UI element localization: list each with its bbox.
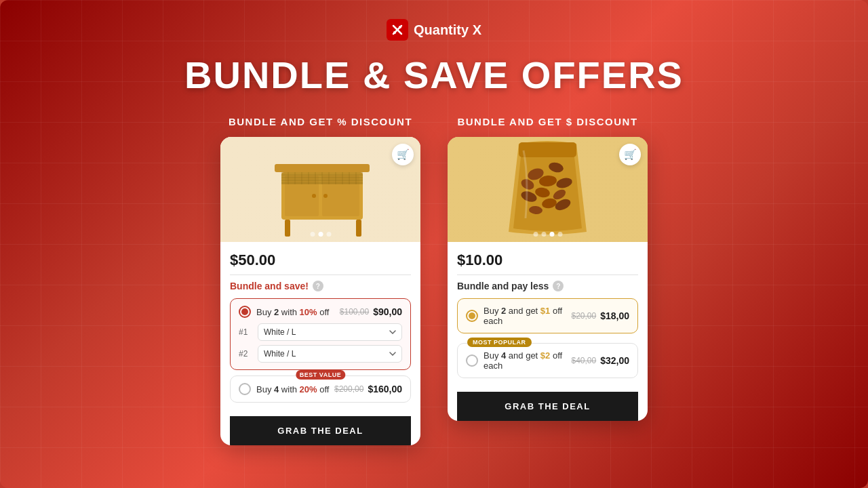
variant-selects: #1 White / L White / M Black / L #2 [239, 323, 402, 363]
column1-label: BUNDLE AND GET % DISCOUNT [229, 116, 412, 127]
image-dots-1 [310, 232, 331, 237]
grab-deal-button-1[interactable]: GRAB THE DEAL [230, 416, 411, 445]
help-icon-2[interactable]: ? [553, 281, 564, 291]
help-icon-1[interactable]: ? [313, 281, 323, 291]
header: Quantity X [387, 19, 481, 41]
dot [326, 232, 331, 237]
option1-prices: $100,00 $90,00 [340, 306, 402, 317]
product2-option2-new-price: $32,00 [600, 355, 629, 366]
svg-point-10 [323, 194, 328, 198]
option1-new-price: $90,00 [373, 306, 402, 317]
best-value-badge: BEST VALUE [296, 370, 345, 380]
dot-active [318, 232, 323, 237]
card1-bottom: GRAB THE DEAL [220, 408, 420, 445]
column2-label: BUNDLE AND GET $ DISCOUNT [457, 116, 637, 127]
cart-badge-1[interactable]: 🛒 [392, 144, 414, 165]
background: Quantity X BUNDLE & SAVE OFFERS BUNDLE A… [0, 0, 868, 488]
card2-bottom: GRAB THE DEAL [448, 384, 648, 421]
option2-2-text: Buy 4 and get $2 off each [484, 350, 571, 371]
product2-option1-new-price: $18,00 [600, 310, 629, 321]
variant-select-1[interactable]: White / L White / M Black / L [258, 323, 402, 341]
most-popular-badge: MOST POPULAR [467, 338, 532, 347]
svg-rect-5 [275, 164, 370, 172]
option2-new-price: $160,00 [368, 384, 402, 394]
radio-selected-2 [466, 310, 478, 322]
grab-deal-button-2[interactable]: GRAB THE DEAL [457, 392, 638, 421]
image-dots-2 [533, 232, 562, 237]
product2-image: 🛒 [448, 137, 648, 242]
page-main-title: BUNDLE & SAVE OFFERS [184, 53, 684, 97]
cart-icon-1: 🛒 [397, 148, 410, 161]
option2-prices: $200,00 $160,00 [334, 384, 402, 394]
product-card-2: 🛒 $10.00 Bundle and pay less ? [448, 137, 648, 421]
product2-option2-old-price: $40,00 [571, 356, 596, 365]
option1-old-price: $100,00 [340, 307, 369, 317]
cart-badge-2[interactable]: 🛒 [619, 144, 641, 165]
dot-active [549, 232, 554, 237]
price-divider-2 [457, 274, 638, 275]
radio-empty-2 [466, 354, 478, 367]
bundle-option-2-2[interactable]: MOST POPULAR Buy 4 and get $2 off each $… [457, 343, 638, 378]
columns-container: BUNDLE AND GET % DISCOUNT [220, 116, 648, 445]
cart-icon-2: 🛒 [624, 148, 637, 161]
variant-row-1: #1 White / L White / M Black / L [239, 323, 402, 341]
dot [541, 232, 546, 237]
option2-old-price: $200,00 [334, 384, 363, 394]
radio-inner-2 [469, 312, 475, 319]
radio-selected-1 [239, 306, 251, 318]
bundle-option-1-2[interactable]: BEST VALUE Buy 4 with 20% off $200,00 $1… [230, 375, 411, 403]
variant-num-2: #2 [239, 349, 252, 359]
dot [310, 232, 315, 237]
svg-rect-11 [285, 220, 290, 237]
column-percent-discount: BUNDLE AND GET % DISCOUNT [220, 116, 420, 445]
radio-inner [241, 308, 248, 315]
option2-1-row: Buy 2 and get $1 off each $20,00 $18,00 [466, 306, 629, 326]
svg-rect-12 [356, 220, 361, 237]
svg-point-2 [399, 26, 401, 28]
option2-2-prices: $40,00 $32,00 [571, 355, 629, 366]
option1-row: Buy 2 with 10% off $100,00 $90,00 [239, 306, 402, 318]
product1-image: 🛒 [220, 137, 420, 242]
product-card-1: 🛒 $50.00 Bundle and save! ? [220, 137, 420, 445]
bundle-option-2-1[interactable]: Buy 2 and get $1 off each $20,00 $18,00 [457, 298, 638, 333]
variant-num-1: #1 [239, 327, 252, 337]
card2-body: $10.00 Bundle and pay less ? [448, 242, 648, 378]
logo-box [387, 19, 408, 41]
variant-select-2[interactable]: White / L White / M Black / L [258, 345, 402, 363]
product1-price: $50.00 [230, 251, 411, 269]
product2-price: $10.00 [457, 251, 638, 269]
svg-point-9 [312, 194, 316, 198]
bundle-label-1: Bundle and save! ? [230, 281, 411, 291]
column-dollar-discount: BUNDLE AND GET $ DISCOUNT [448, 116, 648, 421]
option2-1-prices: $20,00 $18,00 [571, 310, 629, 321]
dot [557, 232, 562, 237]
bundle-option-1-1[interactable]: Buy 2 with 10% off $100,00 $90,00 #1 [230, 298, 411, 370]
radio-empty [239, 383, 251, 395]
option2-text: Buy 4 with 20% off [256, 384, 334, 394]
dot [533, 232, 538, 237]
card1-body: $50.00 Bundle and save! ? Buy [220, 242, 420, 403]
option2-1-text: Buy 2 and get $1 off each [484, 306, 571, 326]
price-divider [230, 274, 411, 275]
svg-point-3 [393, 31, 396, 34]
svg-rect-30 [519, 142, 576, 157]
bundle-label-2: Bundle and pay less ? [457, 281, 638, 291]
app-title: Quantity X [414, 22, 481, 38]
product2-option1-old-price: $20,00 [571, 311, 596, 321]
option2-row: Buy 4 with 20% off $200,00 $160,00 [239, 383, 402, 395]
option2-2-row: Buy 4 and get $2 off each $40,00 $32,00 [466, 350, 629, 371]
variant-row-2: #2 White / L White / M Black / L [239, 345, 402, 363]
option1-text: Buy 2 with 10% off [256, 307, 340, 317]
